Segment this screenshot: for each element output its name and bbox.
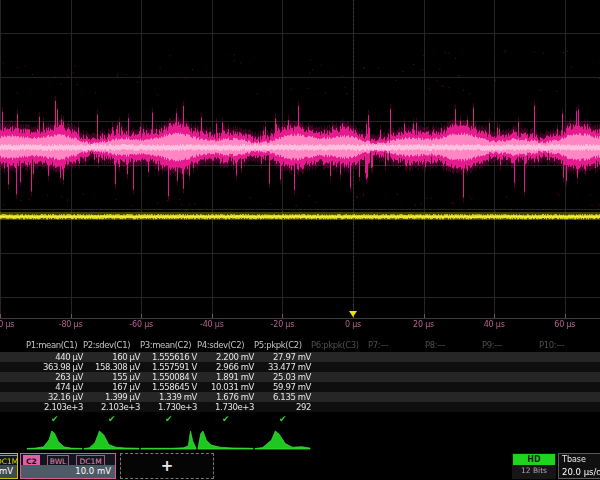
measurement-value: 1.550084 V [140,372,197,382]
measurement-value: 25.03 mV [254,372,311,382]
oscilloscope-screen: Undo Autosetup -100 µs-80 µs-60 µs-40 µs… [0,0,600,480]
P2-histicon[interactable] [83,428,140,452]
param-header-8[interactable]: P8:--- [425,340,482,350]
axis-tick-label: 0 µs [345,320,361,329]
P5-histicon[interactable] [254,428,311,452]
axis-tick-label: 40 µs [484,320,505,329]
status-check-icon: ✔ [83,414,140,424]
axis-tick-label: -20 µs [271,320,295,329]
measurement-value: 32.16 µV [26,392,83,402]
axis-tick-label: -100 µs [0,320,14,329]
param-header-1[interactable]: P1:mean(C1) [26,340,83,350]
stat-row: 263 µV155 µV1.550084 V1.891 mV25.03 mV [0,372,600,382]
measurement-value: 1.399 µV [83,392,140,402]
measurement-value: 1.557591 V [140,362,197,372]
measurement-value: 1.891 mV [197,372,254,382]
measurement-value: 263 µV [26,372,83,382]
measurement-value: 27.97 mV [254,352,311,362]
measurement-value: 1.676 mV [197,392,254,402]
axis-tick-label: -80 µs [59,320,83,329]
measurement-value: 155 µV [83,372,140,382]
param-header-2[interactable]: P2:sdev(C1) [83,340,140,350]
measurement-value: 2.103e+3 [26,402,83,412]
status-check-icon: ✔ [140,414,197,424]
channel-c1-descriptor[interactable]: DC1M 10.0 mV [0,453,18,479]
stat-row: 474 µV167 µV1.558645 V10.031 mV59.97 mV [0,382,600,392]
stat-row: 440 µV160 µV1.555616 V2.200 mV27.97 mV [0,352,600,362]
measurement-value: 1.558645 V [140,382,197,392]
param-header-3[interactable]: P3:mean(C2) [140,340,197,350]
stat-row: 2.103e+32.103e+31.730e+31.730e+3292 [0,402,600,412]
measurement-value: 160 µV [83,352,140,362]
status-check-icon: ✔ [254,414,311,424]
axis-tick-label: -60 µs [129,320,153,329]
timebase-descriptor[interactable]: Tbase 20.0 µs/div [558,453,600,479]
axis-tick-label: 20 µs [413,320,434,329]
measurement-value: 1.730e+3 [197,402,254,412]
measurement-value: 474 µV [26,382,83,392]
param-header-4[interactable]: P4:sdev(C2) [197,340,254,350]
measurement-value: 10.031 mV [197,382,254,392]
measurement-value: 158.308 µV [83,362,140,372]
measurement-value: 167 µV [83,382,140,392]
status-check-icon: ✔ [26,414,83,424]
param-header-6[interactable]: P6:pkpk(C3) [311,340,368,350]
param-header-9[interactable]: P9:--- [482,340,539,350]
add-trace-button[interactable]: + [120,453,214,479]
c1-vdiv-value: 10.0 mV [0,465,17,478]
P4-histicon[interactable] [197,428,254,452]
param-header-7[interactable]: P7:--- [368,340,425,350]
channel-c2-descriptor[interactable]: C2 BWL DC1M 10.0 mV [20,453,116,479]
hd-badge: HD [513,454,555,465]
measurement-value: 2.200 mV [197,352,254,362]
hd-bits-label: 12 Bits [512,466,556,475]
waveform-display[interactable] [0,0,600,332]
axis-tick-label: -40 µs [200,320,224,329]
measurement-value: 6.135 mV [254,392,311,402]
measurement-value: 2.103e+3 [83,402,140,412]
timebase-value: 20.0 µs/div [562,467,600,477]
measurement-value: 2.966 mV [197,362,254,372]
param-header-5[interactable]: P5:pkpk(C2) [254,340,311,350]
status-check-icon: ✔ [197,414,254,424]
measurement-value: 440 µV [26,352,83,362]
measurement-value: 59.97 mV [254,382,311,392]
timebase-label: Tbase [562,455,586,464]
measurement-value: 1.339 mV [140,392,197,402]
measurement-value: 1.555616 V [140,352,197,362]
hd-mode-indicator[interactable]: HD 12 Bits [512,453,556,479]
stat-row: 363.98 µV158.308 µV1.557591 V2.966 mV33.… [0,362,600,372]
param-header-10[interactable]: P10:--- [539,340,596,350]
c2-vdiv-value: 10.0 mV [21,465,115,478]
measurement-value: 363.98 µV [26,362,83,372]
P1-histicon[interactable] [26,428,83,452]
measurement-value: 1.730e+3 [140,402,197,412]
P3-histicon[interactable] [140,428,197,452]
stat-row: 32.16 µV1.399 µV1.339 mV1.676 mV6.135 mV [0,392,600,402]
measurement-value: 33.477 mV [254,362,311,372]
axis-tick-label: 60 µs [554,320,575,329]
measurement-value: 292 [254,402,311,412]
measurement-table: P1:mean(C1)P2:sdev(C1)P3:mean(C2)P4:sdev… [0,338,600,428]
